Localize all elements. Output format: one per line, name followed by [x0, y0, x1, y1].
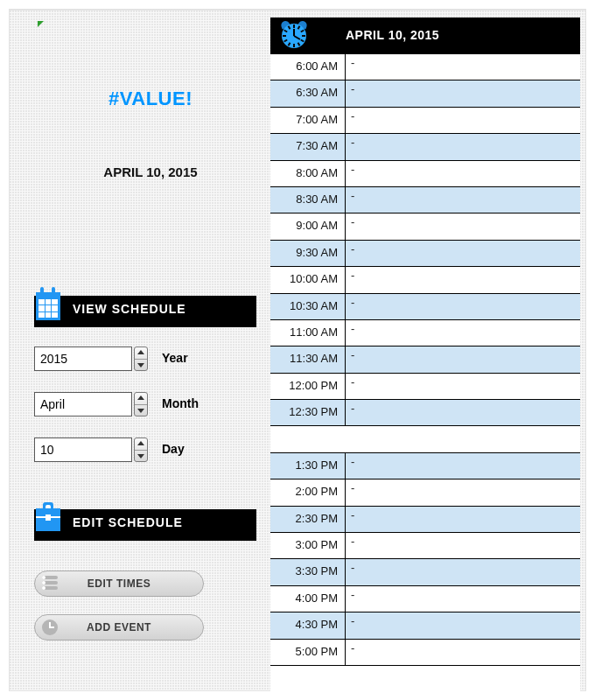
- month-row: April Month: [34, 392, 256, 416]
- event-cell[interactable]: -: [346, 294, 580, 319]
- list-icon: [42, 576, 58, 592]
- time-cell: 7:30 AM: [270, 134, 346, 159]
- add-event-button[interactable]: ADD EVENT: [34, 614, 204, 640]
- year-row: 2015 Year: [34, 346, 256, 371]
- schedule-row[interactable]: 12:00 PM-: [270, 374, 580, 400]
- schedule-row[interactable]: 4:00 PM-: [270, 586, 580, 612]
- event-cell[interactable]: -: [346, 241, 580, 266]
- event-cell[interactable]: -: [346, 640, 580, 665]
- event-cell[interactable]: -: [346, 346, 580, 372]
- schedule-header: APRIL 10, 2015: [270, 18, 580, 54]
- event-cell[interactable]: -: [346, 80, 580, 106]
- schedule-row[interactable]: 6:30 AM-: [270, 80, 580, 107]
- edit-times-button[interactable]: EDIT TIMES: [34, 570, 204, 597]
- day-input[interactable]: 10: [34, 438, 132, 462]
- event-cell[interactable]: -: [346, 267, 580, 292]
- edit-times-label: EDIT TIMES: [88, 578, 150, 590]
- event-cell[interactable]: -: [346, 480, 580, 505]
- schedule-row[interactable]: [270, 426, 580, 452]
- event-cell[interactable]: -: [346, 533, 580, 558]
- schedule-row[interactable]: 3:30 PM-: [270, 559, 580, 585]
- event-cell[interactable]: -: [346, 453, 580, 479]
- event-cell[interactable]: [346, 426, 580, 452]
- time-cell: 6:00 AM: [270, 54, 346, 80]
- month-label: Month: [162, 396, 199, 410]
- year-input[interactable]: 2015: [34, 346, 132, 371]
- schedule-row[interactable]: 8:00 AM-: [270, 161, 580, 187]
- event-cell[interactable]: -: [346, 108, 580, 133]
- time-cell: 9:00 AM: [270, 214, 346, 239]
- time-cell: 4:30 PM: [270, 612, 346, 638]
- view-schedule-label: VIEW SCHEDULE: [73, 302, 186, 316]
- event-cell[interactable]: -: [346, 134, 580, 159]
- time-cell: 3:00 PM: [270, 533, 346, 558]
- page: #VALUE! APRIL 10, 2015 VIEW SCHEDULE 201…: [9, 9, 586, 691]
- cell-marker-icon: [38, 21, 44, 27]
- value-error: #VALUE!: [34, 88, 267, 110]
- schedule-row[interactable]: 1:30 PM-: [270, 453, 580, 480]
- toolbox-icon: [34, 500, 64, 541]
- schedule-row[interactable]: 4:30 PM-: [270, 612, 580, 639]
- schedule-row[interactable]: 9:30 AM-: [270, 241, 580, 267]
- day-row: 10 Day: [34, 438, 256, 462]
- time-cell: 3:30 PM: [270, 559, 346, 584]
- add-event-label: ADD EVENT: [87, 621, 151, 634]
- year-spinner[interactable]: [134, 346, 148, 371]
- view-schedule-bar[interactable]: VIEW SCHEDULE: [34, 296, 256, 327]
- event-cell[interactable]: -: [346, 612, 580, 638]
- year-label: Year: [162, 351, 188, 365]
- schedule-row[interactable]: 9:00 AM-: [270, 214, 580, 240]
- event-cell[interactable]: -: [346, 374, 580, 399]
- event-cell[interactable]: -: [346, 54, 580, 80]
- time-cell: 11:00 AM: [270, 320, 346, 346]
- month-input[interactable]: April: [34, 392, 132, 416]
- alarm-clock-icon: [279, 21, 309, 51]
- schedule-title: APRIL 10, 2015: [346, 28, 439, 42]
- time-cell: 10:00 AM: [270, 267, 346, 292]
- schedule-row[interactable]: 5:00 PM-: [270, 640, 580, 666]
- date-display: APRIL 10, 2015: [34, 164, 267, 179]
- schedule-row[interactable]: 7:00 AM-: [270, 108, 580, 134]
- event-cell[interactable]: -: [346, 161, 580, 186]
- time-cell: 5:00 PM: [270, 640, 346, 665]
- time-cell: 8:30 AM: [270, 187, 346, 213]
- clock-small-icon: [42, 620, 58, 635]
- event-cell[interactable]: -: [346, 320, 580, 346]
- schedule-row[interactable]: 11:00 AM-: [270, 320, 580, 346]
- time-cell: 11:30 AM: [270, 346, 346, 372]
- schedule-row[interactable]: 12:30 PM-: [270, 400, 580, 426]
- schedule-row[interactable]: 3:00 PM-: [270, 533, 580, 559]
- day-label: Day: [162, 442, 185, 456]
- schedule-row[interactable]: 8:30 AM-: [270, 187, 580, 214]
- time-cell: 7:00 AM: [270, 108, 346, 133]
- time-cell: 2:00 PM: [270, 480, 346, 505]
- time-cell: 9:30 AM: [270, 241, 346, 266]
- time-cell: [270, 426, 346, 452]
- time-cell: 12:30 PM: [270, 400, 346, 425]
- event-cell[interactable]: -: [346, 214, 580, 239]
- schedule-row[interactable]: 2:00 PM-: [270, 480, 580, 506]
- event-cell[interactable]: -: [346, 400, 580, 425]
- schedule-row[interactable]: 10:00 AM-: [270, 267, 580, 293]
- time-cell: 6:30 AM: [270, 80, 346, 106]
- schedule-row[interactable]: 11:30 AM-: [270, 346, 580, 373]
- month-spinner[interactable]: [134, 392, 148, 416]
- schedule-row[interactable]: 7:30 AM-: [270, 134, 580, 160]
- event-cell[interactable]: -: [346, 559, 580, 584]
- time-cell: 4:00 PM: [270, 586, 346, 612]
- day-spinner[interactable]: [134, 438, 148, 462]
- schedule-body: 6:00 AM-6:30 AM-7:00 AM-7:30 AM-8:00 AM-…: [270, 54, 580, 666]
- time-cell: 2:30 PM: [270, 507, 346, 532]
- event-cell[interactable]: -: [346, 586, 580, 612]
- event-cell[interactable]: -: [346, 187, 580, 213]
- edit-schedule-bar[interactable]: EDIT SCHEDULE: [34, 509, 256, 541]
- time-cell: 10:30 AM: [270, 294, 346, 319]
- schedule-row[interactable]: 10:30 AM-: [270, 294, 580, 320]
- edit-schedule-label: EDIT SCHEDULE: [73, 515, 183, 529]
- schedule-row[interactable]: 6:00 AM-: [270, 54, 580, 80]
- schedule-row[interactable]: 2:30 PM-: [270, 507, 580, 533]
- event-cell[interactable]: -: [346, 507, 580, 532]
- calendar-icon: [34, 287, 64, 327]
- time-cell: 8:00 AM: [270, 161, 346, 186]
- schedule-panel: APRIL 10, 2015 6:00 AM-6:30 AM-7:00 AM-7…: [270, 18, 580, 693]
